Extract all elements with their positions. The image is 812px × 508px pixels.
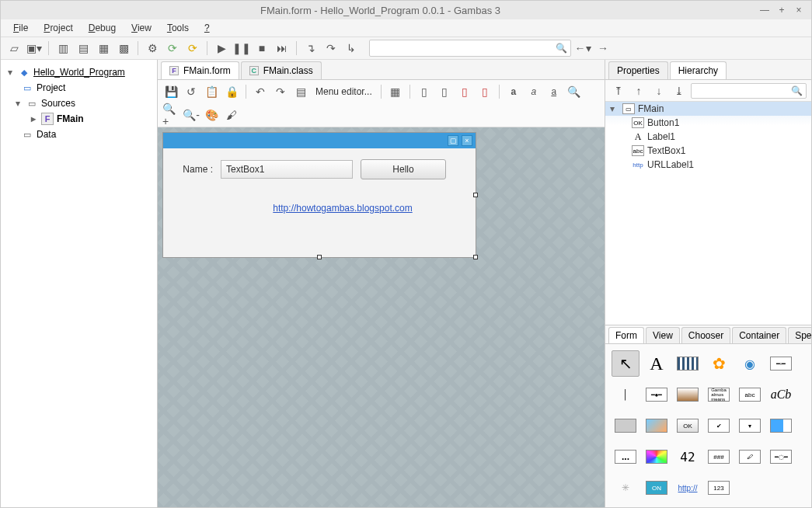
tool-combobox[interactable]: ▾ [736, 412, 764, 439]
step-icon[interactable]: ⏭ [274, 40, 291, 57]
tool-image[interactable]: ✿ [705, 350, 733, 377]
reload-icon[interactable]: ↺ [183, 83, 200, 100]
step-into-icon[interactable]: ↴ [302, 40, 319, 57]
menu-help[interactable]: ? [198, 20, 216, 36]
tool-progressbar[interactable] [767, 412, 795, 439]
run-icon[interactable]: ▶ [213, 40, 230, 57]
tool-spinbox[interactable]: 123 [705, 475, 733, 501]
tree-row-sources[interactable]: ▾ ▭ Sources [1, 96, 157, 111]
tab-properties[interactable]: Properties [608, 61, 668, 79]
open-icon[interactable]: ▣▾ [26, 40, 43, 57]
menu-file[interactable]: File [7, 20, 34, 36]
tab-hierarchy[interactable]: Hierarchy [670, 61, 727, 79]
tree-row-data[interactable]: ▭ Data [1, 127, 157, 142]
build-icon[interactable]: ⟳ [184, 40, 201, 57]
move-down-icon[interactable]: ↓ [650, 82, 667, 99]
grid-toggle-icon[interactable]: ▦ [387, 83, 404, 100]
step-over-icon[interactable]: ↷ [322, 40, 340, 57]
menu-editor-label[interactable]: Menu editor... [312, 85, 375, 99]
stop-icon[interactable]: ■ [253, 40, 270, 57]
resize-handle[interactable] [473, 255, 478, 259]
tool-picturebox[interactable] [643, 412, 671, 439]
hier-row-root[interactable]: ▾ ▭ FMain [605, 102, 811, 116]
move-bottom-icon[interactable]: ⤓ [671, 82, 688, 99]
tool-maskbox[interactable]: ### [705, 444, 733, 470]
menu-debug[interactable]: Debug [82, 20, 122, 36]
maximize-button[interactable]: + [775, 4, 788, 16]
layout1-icon[interactable]: ▥ [54, 40, 71, 57]
gear-icon[interactable]: ⚙ [144, 40, 161, 57]
tool-moviebox[interactable] [674, 350, 702, 377]
step-out-icon[interactable]: ↳ [343, 40, 360, 57]
nav-back-icon[interactable]: ←▾ [574, 40, 591, 57]
tool-colorpicker[interactable]: 🖊 [736, 444, 764, 470]
hello-button[interactable]: Hello [361, 159, 446, 179]
move-top-icon[interactable]: ⤒ [610, 82, 627, 99]
tool-pointer[interactable]: ↖ [612, 350, 639, 377]
tool-switchbutton[interactable]: ON [643, 475, 671, 501]
tool-textbox[interactable]: abc [736, 381, 764, 408]
menu-editor-icon[interactable]: ▤ [292, 83, 309, 100]
tool-lcd[interactable]: 42 [674, 444, 702, 470]
tool-label[interactable]: A [643, 350, 671, 377]
bold-icon[interactable]: a [505, 83, 522, 100]
align-left-icon[interactable]: ▯ [416, 83, 433, 100]
tbx-tab-special[interactable]: Spe [788, 327, 811, 343]
hier-row[interactable]: http URLLabel1 [605, 158, 811, 172]
image-icon[interactable]: ▩ [115, 40, 132, 57]
menu-tools[interactable]: Tools [161, 20, 195, 36]
pause-icon[interactable]: ❚❚ [233, 40, 250, 57]
tool-button[interactable]: OK [674, 412, 702, 439]
tool-separator[interactable]: │ [612, 381, 639, 408]
minimize-button[interactable]: — [758, 4, 771, 16]
design-canvas[interactable]: ▢ × Name : TextBox1 Hello http://howtoga… [158, 127, 605, 507]
tool-drawingsurface[interactable] [612, 412, 639, 439]
toolbar-search-input[interactable] [373, 43, 556, 54]
close-button[interactable]: × [793, 4, 805, 16]
resize-handle[interactable] [473, 193, 478, 197]
tool-menubutton[interactable]: ... [612, 444, 639, 470]
form-max-icon[interactable]: ▢ [448, 135, 458, 146]
tool-gambas[interactable]: Gambaalmosmeans [705, 381, 733, 408]
zoom-icon[interactable]: 🔍 [566, 83, 583, 100]
tool-colorpalette[interactable] [643, 444, 671, 470]
textbox1[interactable]: TextBox1 [221, 160, 353, 179]
tool-urllabel[interactable]: http:// [674, 475, 702, 501]
align-top-icon[interactable]: ▯ [476, 83, 493, 100]
tool-radiobutton[interactable]: ◉ [736, 350, 764, 377]
tbx-tab-view[interactable]: View [646, 327, 680, 343]
form-icon[interactable]: ▦ [95, 40, 112, 57]
tool-colorbox[interactable] [674, 381, 702, 408]
toolbar-search[interactable]: 🔍 [369, 40, 571, 57]
align-right-icon[interactable]: ▯ [456, 83, 473, 100]
zoom-out-icon[interactable]: 🔍- [183, 106, 200, 124]
tbx-tab-chooser[interactable]: Chooser [681, 327, 730, 343]
copy-icon[interactable]: 📋 [203, 83, 220, 100]
tool-spinslider[interactable]: ━◌━ [767, 444, 795, 470]
tab-fmain-form[interactable]: F FMain.form [161, 61, 239, 79]
nav-forward-icon[interactable]: → [594, 40, 612, 57]
tool-spinner[interactable]: ✳ [612, 475, 639, 501]
form-body[interactable]: Name : TextBox1 Hello http://howtogambas… [163, 148, 476, 257]
move-up-icon[interactable]: ↑ [630, 82, 647, 99]
hier-row[interactable]: A Label1 [605, 130, 811, 144]
tbx-tab-form[interactable]: Form [608, 327, 644, 343]
tool-checkbox[interactable]: ✔ [705, 412, 733, 439]
hier-row[interactable]: OK Button1 [605, 116, 811, 130]
align-center-icon[interactable]: ▯ [436, 83, 453, 100]
save-icon[interactable]: 💾 [162, 83, 179, 100]
menu-project[interactable]: Project [37, 20, 78, 36]
tool-hslider[interactable]: ━◦━ [767, 350, 795, 377]
tree-row-root[interactable]: ▾ ◆ Hello_World_Program [1, 64, 157, 80]
undo-icon[interactable]: ↶ [252, 83, 269, 100]
tool-slider[interactable]: ━●━ [643, 381, 671, 408]
tree-row-project[interactable]: ▭ Project [1, 80, 157, 96]
brush-icon[interactable]: 🖌 [223, 106, 240, 124]
new-icon[interactable]: ▱ [5, 40, 23, 57]
refresh-icon[interactable]: ⟳ [164, 40, 181, 57]
tool-textlabel[interactable]: aCb [767, 381, 795, 408]
url-label[interactable]: http://howtogambas.blogspot.com [221, 203, 465, 214]
italic-icon[interactable]: a [525, 83, 542, 100]
form-close-icon[interactable]: × [462, 135, 472, 146]
hier-row[interactable]: abc TextBox1 [605, 144, 811, 158]
